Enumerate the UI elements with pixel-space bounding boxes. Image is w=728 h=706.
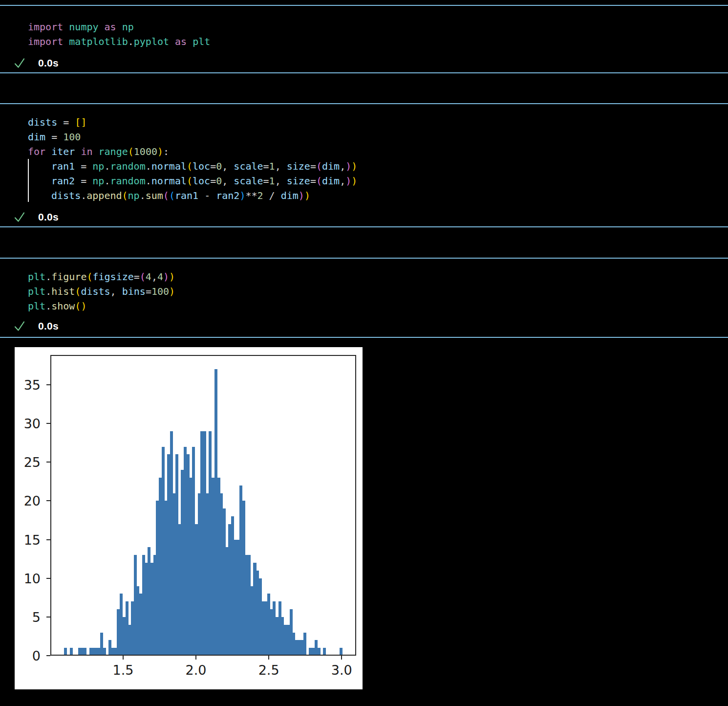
code-line[interactable]: dists.append(np.sum((ran1 - ran2)**2 / d… xyxy=(0,188,728,203)
code-token: 1 xyxy=(269,160,275,172)
code-token xyxy=(169,36,175,47)
code-token: ** xyxy=(245,190,257,201)
code-token: normal xyxy=(151,175,187,187)
code-token: show xyxy=(51,300,75,312)
code-token: , xyxy=(151,271,157,283)
code-token: dim xyxy=(322,160,340,172)
code-token: , xyxy=(275,175,287,187)
y-axis-tick-label: 5 xyxy=(17,609,41,624)
code-token: = xyxy=(263,175,269,187)
code-token: . xyxy=(104,175,110,187)
cell-border xyxy=(0,337,728,338)
code-token: ( xyxy=(75,286,81,297)
code-token: - xyxy=(198,190,216,201)
y-axis-tick xyxy=(46,462,50,463)
code-token: random xyxy=(110,175,145,187)
code-token xyxy=(75,146,81,157)
cell-border xyxy=(0,258,728,259)
code-token: . xyxy=(146,175,151,187)
code-token: ) xyxy=(169,271,175,283)
code-line[interactable]: import numpy as np xyxy=(0,20,728,34)
execution-time: 0.0s xyxy=(38,55,59,71)
code-token: np xyxy=(128,190,140,201)
x-axis-tick-label: 3.0 xyxy=(322,662,361,678)
code-token: . xyxy=(45,286,51,297)
code-token: () xyxy=(75,300,86,312)
code-token: ( xyxy=(163,190,169,201)
y-axis-tick xyxy=(46,578,50,579)
code-token: 4 xyxy=(157,271,163,283)
code-line[interactable]: import matplotlib.pyplot as plt xyxy=(0,34,728,49)
code-token: = xyxy=(75,175,92,187)
code-token: ran2 xyxy=(51,175,75,187)
code-token: , xyxy=(110,286,122,297)
code-token: , xyxy=(340,175,345,187)
code-token: ) xyxy=(351,175,357,187)
y-axis-tick xyxy=(46,617,50,618)
plot-area: 051015202530351.52.02.53.0 xyxy=(50,355,356,656)
code-token: = xyxy=(57,116,75,128)
code-token: ) xyxy=(351,160,357,172)
code-line[interactable]: for iter in range(1000): xyxy=(0,144,728,159)
code-token: dim xyxy=(28,131,45,143)
code-token: 4 xyxy=(146,271,151,283)
code-token: 1 xyxy=(269,175,275,187)
success-check-icon xyxy=(14,211,25,223)
code-token: = xyxy=(210,175,216,187)
code-token: np xyxy=(122,21,134,33)
code-token: ) xyxy=(169,286,175,297)
code-token: . xyxy=(104,160,110,172)
code-token: . xyxy=(45,300,51,312)
code-token: plt xyxy=(28,271,45,283)
code-line[interactable]: ran2 = np.random.normal(loc=0, scale=1, … xyxy=(0,174,728,188)
code-token: ( xyxy=(316,160,322,172)
y-axis-tick-label: 20 xyxy=(17,493,41,508)
code-token: : xyxy=(163,146,169,157)
code-token: 2 xyxy=(257,190,263,201)
code-line[interactable]: plt.figure(figsize=(4,4)) xyxy=(0,269,728,284)
indent-guide xyxy=(28,159,29,202)
code-token: plt xyxy=(193,36,210,47)
code-token: size xyxy=(287,160,310,172)
code-token: . xyxy=(45,271,51,283)
execution-time: 0.0s xyxy=(38,318,59,334)
cell-border xyxy=(0,226,728,227)
code-token: = xyxy=(310,175,316,187)
x-axis-tick-label: 2.0 xyxy=(176,662,215,678)
x-axis-tick xyxy=(341,656,342,660)
code-token: as xyxy=(105,21,116,33)
code-token: ( xyxy=(169,190,175,201)
code-token: ( xyxy=(122,190,128,201)
code-token: plt xyxy=(28,300,45,312)
success-check-icon xyxy=(14,57,25,69)
code-token: scale xyxy=(234,175,263,187)
code-token: hist xyxy=(51,286,75,297)
code-token: normal xyxy=(151,160,187,172)
cell-status-bar: 0.0s xyxy=(0,318,147,334)
code-token: ) xyxy=(304,190,310,201)
notebook: import numpy as npimport matplotlib.pypl… xyxy=(0,0,728,706)
code-token: ) xyxy=(345,160,351,172)
code-token: ) xyxy=(239,190,245,201)
code-token: ( xyxy=(128,146,134,157)
cell-border xyxy=(0,5,728,6)
cell-status-bar: 0.0s xyxy=(0,209,147,225)
x-axis-tick-label: 2.5 xyxy=(249,662,288,678)
code-line[interactable]: dim = 100 xyxy=(0,130,728,144)
code-token: ran1 xyxy=(51,160,75,172)
code-line[interactable]: plt.show() xyxy=(0,299,728,313)
code-token: [] xyxy=(75,116,86,128)
code-line[interactable]: plt.hist(dists, bins=100) xyxy=(0,284,728,299)
code-token: = xyxy=(146,286,151,297)
code-token: 0 xyxy=(216,160,222,172)
code-token: iter xyxy=(51,146,75,157)
y-axis-tick-label: 25 xyxy=(17,455,41,470)
code-token: ) xyxy=(163,271,169,283)
y-axis-tick xyxy=(46,539,50,540)
code-token: import xyxy=(28,36,63,47)
code-line[interactable]: dists = [] xyxy=(0,115,728,130)
code-line[interactable]: ran1 = np.random.normal(loc=0, scale=1, … xyxy=(0,159,728,174)
code-token xyxy=(63,21,69,33)
code-token: range xyxy=(99,146,128,157)
code-token: dists xyxy=(51,190,81,201)
